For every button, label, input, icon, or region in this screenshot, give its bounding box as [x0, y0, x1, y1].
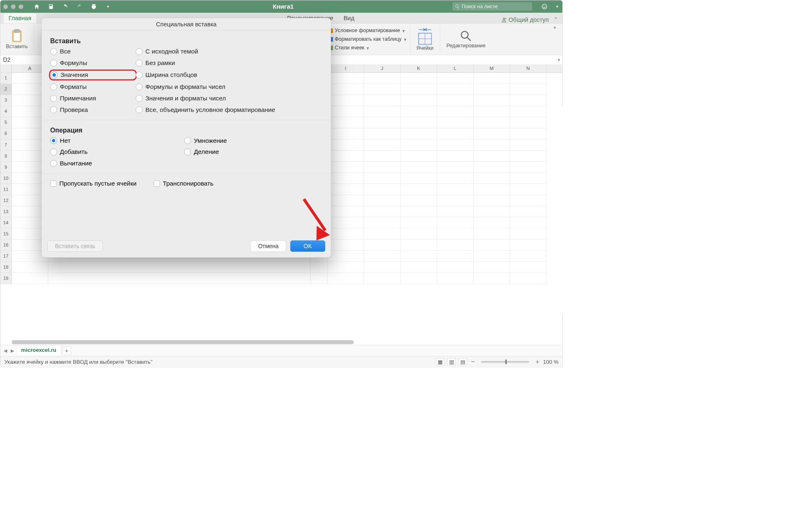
radio-paste-formulas-number-formats[interactable]: Формулы и форматы чисел: [136, 83, 322, 91]
add-sheet-button[interactable]: ＋: [62, 346, 71, 355]
radio-paste-comments[interactable]: Примечания: [50, 95, 136, 102]
col-header[interactable]: K: [401, 65, 437, 72]
radio-paste-values[interactable]: Значения: [50, 71, 136, 79]
share-icon: [501, 17, 507, 23]
divider: [440, 26, 440, 52]
window-controls[interactable]: [3, 4, 23, 9]
radio-op-multiply[interactable]: Умножение: [184, 137, 322, 144]
feedback-dropdown-icon[interactable]: ▾: [555, 1, 559, 12]
format-as-table-button[interactable]: Форматировать как таблицу▾: [327, 36, 406, 42]
row-header[interactable]: 9: [0, 162, 12, 173]
cancel-button[interactable]: Отмена: [251, 240, 286, 252]
divider: [42, 120, 331, 120]
col-header[interactable]: I: [327, 65, 364, 72]
col-header[interactable]: M: [473, 65, 510, 72]
share-label: Общий доступ: [508, 16, 549, 23]
divider: [410, 26, 410, 52]
row-header[interactable]: 19: [0, 273, 12, 284]
cells-label: Ячейки: [416, 45, 434, 51]
radio-op-none[interactable]: Нет: [50, 137, 184, 144]
row-header[interactable]: 15: [0, 228, 12, 239]
radio-paste-no-border[interactable]: Без рамки: [136, 59, 322, 67]
clipboard-icon: [11, 29, 23, 43]
radio-op-divide[interactable]: Деление: [184, 148, 322, 156]
radio-paste-all[interactable]: Все: [50, 48, 136, 55]
conditional-formatting-button[interactable]: Условное форматирование▾: [327, 28, 406, 34]
row-header[interactable]: 3: [0, 95, 12, 106]
radio-paste-all-merge-cond-fmt[interactable]: Все, объединить условное форматирование: [136, 106, 322, 114]
sheet-prev-icon[interactable]: ◀: [2, 348, 8, 353]
col-header[interactable]: L: [437, 65, 473, 72]
row-header[interactable]: 1: [0, 73, 12, 84]
checkbox-skip-blanks[interactable]: Пропускать пустые ячейки: [50, 180, 137, 187]
row-header[interactable]: 7: [0, 139, 12, 151]
sheet-tab[interactable]: microexcel.ru: [16, 345, 61, 355]
undo-icon[interactable]: [59, 1, 71, 12]
feedback-icon[interactable]: [538, 1, 550, 12]
row-header[interactable]: 4: [0, 106, 12, 117]
radio-paste-formulas[interactable]: Формулы: [50, 59, 136, 67]
svg-rect-5: [14, 33, 20, 41]
radio-paste-formats[interactable]: Форматы: [50, 83, 136, 91]
close-window-icon[interactable]: [3, 4, 8, 9]
row-header[interactable]: 18: [0, 262, 12, 273]
home-icon[interactable]: [31, 1, 43, 12]
zoom-slider[interactable]: [481, 361, 529, 363]
tab-view[interactable]: Вид: [339, 13, 360, 23]
save-icon[interactable]: [45, 1, 57, 12]
row-header[interactable]: 16: [0, 239, 12, 251]
name-box[interactable]: D2: [0, 55, 43, 65]
row-header[interactable]: 13: [0, 206, 12, 217]
print-icon[interactable]: [88, 1, 100, 12]
radio-paste-source-theme[interactable]: С исходной темой: [136, 48, 322, 55]
cells-arrows-icon: [418, 27, 432, 32]
sheet-next-icon[interactable]: ▶: [9, 348, 15, 353]
tab-home[interactable]: Главная: [3, 13, 37, 23]
radio-paste-values-number-formats[interactable]: Значения и форматы чисел: [136, 95, 322, 102]
row-header[interactable]: 11: [0, 184, 12, 195]
row-header[interactable]: 14: [0, 217, 12, 228]
view-page-break-icon[interactable]: ▤: [459, 358, 467, 365]
paste-button[interactable]: Вставить: [3, 28, 31, 51]
zoom-window-icon[interactable]: [19, 4, 23, 9]
radio-paste-col-widths[interactable]: Ширина столбцов: [136, 71, 322, 79]
select-all-corner[interactable]: [0, 65, 12, 72]
svg-point-0: [542, 4, 547, 9]
row-header[interactable]: 8: [0, 151, 12, 162]
dialog-title: Специальная вставка: [42, 18, 331, 30]
view-page-layout-icon[interactable]: ▥: [447, 358, 456, 365]
col-header[interactable]: N: [510, 65, 547, 72]
row-header[interactable]: 17: [0, 251, 12, 262]
share-button[interactable]: Общий доступ ⌃: [501, 16, 562, 23]
horizontal-scrollbar[interactable]: [12, 340, 354, 344]
cell-styles-button[interactable]: Стили ячеек▾: [327, 44, 406, 51]
cells-group[interactable]: Ячейки: [413, 26, 436, 52]
zoom-in-button[interactable]: +: [534, 358, 540, 365]
formula-bar-toggle-icon[interactable]: ▾: [556, 55, 563, 65]
paste-special-dialog: Специальная вставка Вставить Все С исход…: [42, 18, 331, 258]
row-header[interactable]: 10: [0, 173, 12, 184]
ribbon-toggle-icon[interactable]: ▾: [554, 25, 561, 30]
minimize-window-icon[interactable]: [11, 4, 16, 9]
svg-point-1: [543, 6, 544, 7]
search-input[interactable]: Поиск на листе: [452, 2, 532, 11]
radio-paste-validation[interactable]: Проверка: [50, 106, 136, 114]
view-normal-icon[interactable]: ▦: [436, 358, 445, 365]
editing-group[interactable]: Редактирование: [443, 28, 488, 50]
row-header[interactable]: 2: [0, 84, 12, 95]
collapse-ribbon-icon[interactable]: ⌃: [553, 16, 558, 23]
radio-op-add[interactable]: Добавить: [50, 148, 184, 156]
status-hint: Укажите ячейку и нажмите ВВОД или выбери…: [4, 358, 152, 365]
qat-dropdown-icon[interactable]: ▾: [102, 1, 114, 12]
cells-icon: [418, 33, 432, 45]
redo-icon[interactable]: [74, 1, 86, 12]
row-header[interactable]: 5: [0, 117, 12, 128]
zoom-out-button[interactable]: −: [470, 358, 476, 365]
row-header[interactable]: 6: [0, 128, 12, 139]
radio-op-subtract[interactable]: Вычитание: [50, 160, 184, 167]
checkbox-transpose[interactable]: Транспонировать: [154, 180, 213, 187]
row-header[interactable]: 12: [0, 195, 12, 206]
document-title: Книга1: [116, 3, 450, 10]
col-header[interactable]: J: [364, 65, 401, 72]
ok-button[interactable]: OK: [290, 240, 325, 252]
